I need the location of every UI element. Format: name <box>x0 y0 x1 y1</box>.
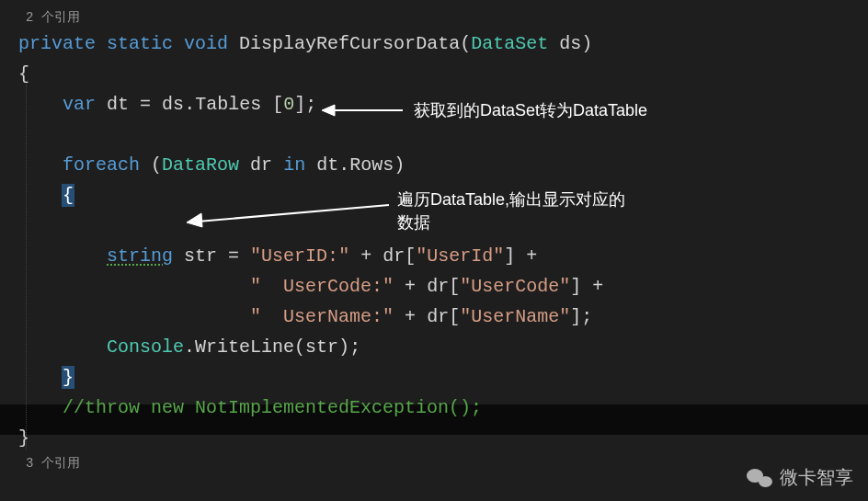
watermark-text: 微卡智享 <box>780 465 853 490</box>
svg-line-2 <box>198 205 389 222</box>
open-bracket: [ <box>405 245 416 267</box>
open-paren: ( <box>460 33 471 54</box>
col-userid: "UserId" <box>416 245 504 267</box>
matching-brace-close: } <box>63 367 74 388</box>
ident-dr: dr <box>383 245 405 267</box>
ident-dt: dt <box>316 154 338 176</box>
annotation-1: 获取到的DataSet转为DataTable <box>414 99 647 122</box>
string-concat-3[interactable]: " UserName:" + dr["UserName"]; <box>18 302 868 332</box>
open-bracket: [ <box>449 276 460 297</box>
keyword-foreach: foreach <box>63 154 140 176</box>
arrow-annotation-2 <box>179 198 391 234</box>
ident-dr: dr <box>427 276 449 297</box>
close-bracket: ] <box>570 276 581 297</box>
ident-ds: ds <box>162 94 184 115</box>
foreach-line[interactable]: foreach (DataRow dr in dt.Rows) <box>18 150 868 180</box>
method-writeline: WriteLine <box>195 336 294 358</box>
open-bracket: [ <box>449 306 460 327</box>
open-paren: ( <box>151 154 162 176</box>
type-console: Console <box>107 336 184 358</box>
index-zero: 0 <box>283 94 294 115</box>
semicolon: ; <box>305 94 316 115</box>
matching-brace-open: { <box>63 185 74 206</box>
type-datarow: DataRow <box>162 154 239 176</box>
prop-rows: Rows <box>349 154 394 176</box>
close-brace-line[interactable]: } <box>18 423 868 453</box>
arg-str: str <box>305 336 338 358</box>
string-username: " UserName:" <box>250 306 394 327</box>
semicolon: ; <box>581 306 592 327</box>
console-writeline[interactable]: Console.WriteLine(str); <box>18 332 868 362</box>
close-brace: } <box>18 427 29 449</box>
op-plus: + <box>405 306 416 327</box>
foreach-close-brace[interactable]: } <box>18 362 868 393</box>
keyword-in: in <box>283 154 305 176</box>
op-eq: = <box>140 94 151 115</box>
prop-tables: Tables <box>195 94 261 115</box>
col-username: "UserName" <box>460 306 570 327</box>
codelens-top[interactable]: 2 个引用 <box>18 7 868 28</box>
comment-text: //throw new NotImplementedException(); <box>63 397 482 418</box>
param-name: ds <box>559 33 581 54</box>
op-plus: + <box>405 276 416 297</box>
op-plus: + <box>360 245 371 267</box>
open-brace-line[interactable]: { <box>18 59 868 89</box>
op-plus: + <box>592 276 603 297</box>
annotation-2: 遍历DataTable,输出显示对应的 数据 <box>397 188 625 234</box>
open-paren: ( <box>294 336 305 358</box>
var-dr: dr <box>250 154 272 176</box>
op-eq: = <box>228 245 239 267</box>
method-signature[interactable]: private static void DisplayRefCursorData… <box>18 28 868 59</box>
string-concat-1[interactable]: string str = "UserID:" + dr["UserId"] + <box>18 241 868 271</box>
close-bracket: ] <box>504 245 515 267</box>
keyword-private: private <box>18 33 96 54</box>
col-usercode: "UserCode" <box>460 276 570 297</box>
svg-marker-1 <box>322 105 335 116</box>
close-paren: ) <box>338 336 349 358</box>
blank-line <box>18 120 868 150</box>
open-brace: { <box>18 63 29 85</box>
annotation-2-line-2: 数据 <box>397 211 625 234</box>
dot: . <box>184 336 195 358</box>
keyword-void: void <box>184 33 228 54</box>
comment-line[interactable]: //throw new NotImplementedException(); <box>18 393 868 423</box>
semicolon: ; <box>349 336 360 358</box>
ident-dr: dr <box>427 306 449 327</box>
close-bracket: ] <box>294 94 305 115</box>
arrow-annotation-1 <box>322 101 405 120</box>
svg-marker-3 <box>187 213 202 227</box>
open-bracket: [ <box>272 94 283 115</box>
codelens-bottom[interactable]: 3 个引用 <box>18 453 868 474</box>
close-bracket: ] <box>570 306 581 327</box>
var-str: str <box>184 245 217 267</box>
dot: . <box>184 94 195 115</box>
close-paren: ) <box>581 33 592 54</box>
wechat-icon <box>747 467 772 489</box>
close-paren: ) <box>394 154 405 176</box>
annotation-2-line-1: 遍历DataTable,输出显示对应的 <box>397 188 625 211</box>
watermark: 微卡智享 <box>747 465 853 490</box>
op-plus: + <box>526 245 537 267</box>
string-concat-2[interactable]: " UserCode:" + dr["UserCode"] + <box>18 271 868 302</box>
string-userid: "UserID:" <box>250 245 349 267</box>
method-name: DisplayRefCursorData <box>239 33 460 54</box>
keyword-string: string <box>107 245 173 267</box>
string-usercode: " UserCode:" <box>250 276 394 297</box>
var-dt: dt <box>107 94 129 115</box>
dot: . <box>338 154 349 176</box>
param-type: DataSet <box>471 33 548 54</box>
keyword-static: static <box>107 33 173 54</box>
code-editor[interactable]: 2 个引用 private static void DisplayRefCurs… <box>0 0 868 482</box>
keyword-var: var <box>63 94 96 115</box>
